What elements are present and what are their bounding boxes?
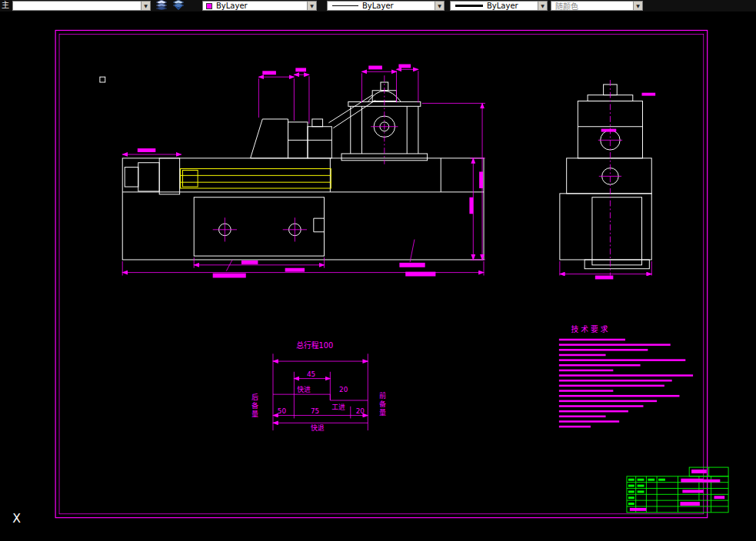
layer-dropdown[interactable]: ▼ — [12, 1, 151, 11]
cycle-work-feed-label: 工进 — [331, 403, 345, 411]
cad-application: 主 ▼ B — [0, 0, 756, 541]
lineweight-dropdown-value: ByLayer — [487, 2, 518, 10]
drawing: 总行程100 45 快进 20 工进 50 75 20 快退 技术要求 — [0, 12, 756, 541]
cycle-dim-75: 75 — [311, 407, 319, 415]
cycle-dim-50: 50 — [278, 407, 287, 415]
chevron-down-icon[interactable]: ▼ — [141, 2, 150, 10]
cycle-dim-20-bottom: 20 — [356, 407, 365, 415]
side-view — [560, 85, 651, 269]
plot-style-dropdown-value: 随颜色 — [555, 1, 578, 11]
title-block — [627, 467, 728, 513]
color-swatch — [206, 3, 212, 9]
object-properties-toolbar: 主 ▼ B — [0, 0, 756, 12]
tech-requirements-title: 技术要求 — [571, 324, 611, 334]
chevron-down-icon[interactable]: ▼ — [307, 2, 316, 10]
cycle-title: 总行程100 — [296, 340, 333, 350]
cycle-diagram — [273, 353, 368, 430]
plot-style-dropdown[interactable]: 随颜色 ▼ — [551, 1, 643, 11]
linetype-dropdown-value: ByLayer — [362, 2, 394, 10]
chevron-down-icon[interactable]: ▼ — [633, 2, 642, 10]
cycle-fast-advance-label: 快进 — [297, 385, 311, 393]
cycle-diagram-labels: 总行程100 45 快进 20 工进 50 75 20 快退 — [278, 340, 365, 432]
lineweight-dropdown[interactable]: ByLayer ▼ — [450, 1, 548, 11]
front-view — [122, 82, 484, 260]
clipped-window-label: 主 — [2, 1, 9, 10]
color-dropdown-value: ByLayer — [216, 2, 248, 10]
cycle-dim-20-top: 20 — [339, 386, 348, 393]
lineweight-sample — [455, 5, 483, 7]
cycle-rear-reserve-label: 后备量 — [251, 393, 258, 419]
layer-properties-button[interactable] — [153, 0, 169, 12]
linetype-sample — [332, 5, 358, 6]
layer-states-button[interactable] — [170, 0, 186, 12]
side-view-dimensions — [560, 80, 655, 279]
linetype-dropdown[interactable]: ByLayer ▼ — [327, 1, 445, 11]
layers-icon — [155, 0, 168, 12]
tech-requirements: 技术要求 — [559, 324, 693, 427]
cycle-front-reserve-label: 前备量 — [378, 392, 386, 417]
front-view-dimensions — [122, 65, 485, 278]
chevron-down-icon[interactable]: ▼ — [538, 2, 547, 10]
front-view-slide — [181, 169, 331, 188]
cycle-fast-return-label: 快退 — [311, 423, 325, 432]
tech-requirements-lines — [559, 339, 693, 428]
ucs-icon: X — [12, 511, 21, 526]
drawing-canvas[interactable]: 总行程100 45 快进 20 工进 50 75 20 快退 技术要求 — [0, 12, 756, 541]
color-dropdown[interactable]: ByLayer ▼ — [202, 1, 317, 11]
cycle-dim-45: 45 — [307, 370, 315, 378]
pickbox-cursor — [100, 77, 105, 82]
chevron-down-icon[interactable]: ▼ — [435, 2, 444, 10]
layer-stack-icon — [172, 0, 185, 12]
